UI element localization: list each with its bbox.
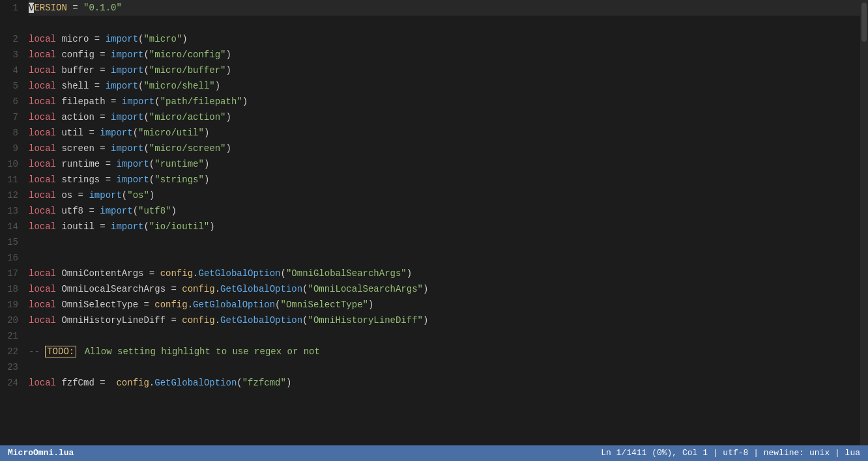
token-op: shell = (56, 81, 106, 91)
token-op: . (215, 284, 220, 294)
token-kw: local (29, 65, 56, 76)
line-number: 7 (5, 109, 18, 125)
line-number: 14 (5, 219, 18, 234)
token-kw: local (29, 268, 56, 279)
token-kw: local (29, 34, 56, 44)
token-op: ) (225, 65, 231, 76)
code-line[interactable]: local action = import("micro/action") (29, 109, 860, 125)
token-op: ( (143, 112, 149, 122)
token-op: runtime = (56, 159, 116, 169)
token-op: ) (368, 300, 373, 310)
code-line[interactable] (29, 359, 860, 375)
token-op: ( (133, 128, 138, 138)
code-line[interactable]: local screen = import("micro/screen") (29, 141, 860, 156)
code-line[interactable]: local strings = import("strings") (29, 172, 860, 188)
code-line[interactable]: local utf8 = import("utf8") (29, 203, 860, 219)
line-number: 22 (5, 344, 18, 359)
line-number: 23 (5, 359, 18, 375)
token-str: "fzfcmd" (242, 378, 286, 388)
token-op: = (67, 3, 83, 13)
code-line[interactable] (29, 234, 860, 250)
code-line[interactable]: local OmniHistoryLineDiff = config.GetGl… (29, 313, 860, 328)
token-fn: GetGlobalOption (154, 378, 237, 388)
token-fn: import (111, 112, 143, 122)
code-line[interactable]: local OmniSelectType = config.GetGlobalO… (29, 297, 860, 313)
code-line[interactable]: local runtime = import("runtime") (29, 156, 860, 172)
line-number: 19 (5, 297, 18, 313)
token-kw: local (29, 143, 56, 154)
code-line[interactable]: local ioutil = import("io/ioutil") (29, 219, 860, 234)
line-numbers: 123456789101112131415161718192021222324 (0, 0, 26, 445)
token-op: ( (154, 96, 160, 107)
token-str: "runtime" (154, 159, 204, 169)
token-op: screen = (56, 143, 111, 154)
token-fn: import (116, 175, 149, 185)
token-op: ( (237, 378, 242, 388)
code-line[interactable] (29, 328, 860, 344)
line-number: 17 (5, 266, 18, 281)
token-str: "0.1.0" (83, 3, 122, 13)
token-op: action = (56, 112, 111, 122)
token-op: ) (407, 268, 412, 279)
token-str: "utf8" (138, 206, 171, 216)
token-str: "micro/action" (149, 112, 226, 122)
code-line[interactable]: local micro = import("micro") (29, 31, 860, 47)
code-line[interactable]: local OmniContentArgs = config.GetGlobal… (29, 266, 860, 281)
token-op: ( (143, 65, 149, 76)
token-kw: local (29, 128, 56, 138)
code-line[interactable]: local buffer = import("micro/buffer") (29, 63, 860, 78)
token-op: OmniSelectType = (56, 300, 154, 310)
line-number: 9 (5, 141, 18, 156)
code-line[interactable]: local config = import("micro/config") (29, 47, 860, 63)
token-op: ( (143, 49, 149, 60)
code-line[interactable] (29, 16, 860, 31)
token-str: "micro" (143, 34, 182, 44)
code-line[interactable]: local fzfCmd = config.GetGlobalOption("f… (29, 375, 860, 391)
code-line[interactable]: local os = import("os") (29, 188, 860, 203)
token-kw: local (29, 190, 56, 201)
token-str: "micro/buffer" (149, 65, 226, 76)
token-str: "os" (127, 190, 149, 201)
token-kw: local (29, 221, 56, 232)
token-kw: local (29, 81, 56, 91)
token-str: "path/filepath" (160, 96, 242, 107)
token-op: ) (171, 206, 176, 216)
token-str: "micro/util" (138, 128, 204, 138)
token-op: ) (182, 34, 187, 44)
token-var: config (154, 300, 187, 310)
token-fn: import (106, 81, 138, 91)
code-line[interactable]: local shell = import("micro/shell") (29, 78, 860, 94)
line-number: 21 (5, 328, 18, 344)
code-line[interactable] (29, 250, 860, 266)
scrollbar[interactable] (860, 0, 868, 445)
token-op: ( (302, 315, 308, 326)
line-number: 6 (5, 94, 18, 109)
token-kw: local (29, 300, 56, 310)
token-op: ( (133, 206, 138, 216)
code-line[interactable]: local util = import("micro/util") (29, 125, 860, 141)
token-op: ( (149, 159, 154, 169)
code-line[interactable]: local OmniLocalSearchArgs = config.GetGl… (29, 281, 860, 297)
todo-box: TODO: (45, 346, 76, 357)
line-number: 2 (5, 31, 18, 47)
token-op: ) (204, 175, 209, 185)
token-op: strings = (56, 175, 116, 185)
editor-container: 123456789101112131415161718192021222324 … (0, 0, 868, 445)
token-op: OmniLocalSearchArgs = (56, 284, 182, 294)
token-str: "OmniLocalSearchArgs" (308, 284, 423, 294)
status-filename: MicroOmni.lua (8, 445, 74, 461)
comment-start: -- (29, 346, 45, 357)
token-op: ) (423, 284, 428, 294)
code-line[interactable]: -- TODO: Allow setting highlight to use … (29, 344, 860, 359)
line-number: 15 (5, 234, 18, 250)
code-area[interactable]: VERSION = "0.1.0" local micro = import("… (26, 0, 860, 445)
token-kw: local (29, 378, 56, 388)
scrollbar-thumb[interactable] (861, 3, 867, 42)
token-var: config (182, 284, 214, 294)
token-fn: import (116, 159, 149, 169)
token-op: ( (143, 221, 149, 232)
code-line[interactable]: local filepath = import("path/filepath") (29, 94, 860, 109)
code-line[interactable]: VERSION = "0.1.0" (29, 0, 860, 16)
token-fn: GetGlobalOption (198, 268, 280, 279)
token-str: "micro/config" (149, 49, 226, 60)
